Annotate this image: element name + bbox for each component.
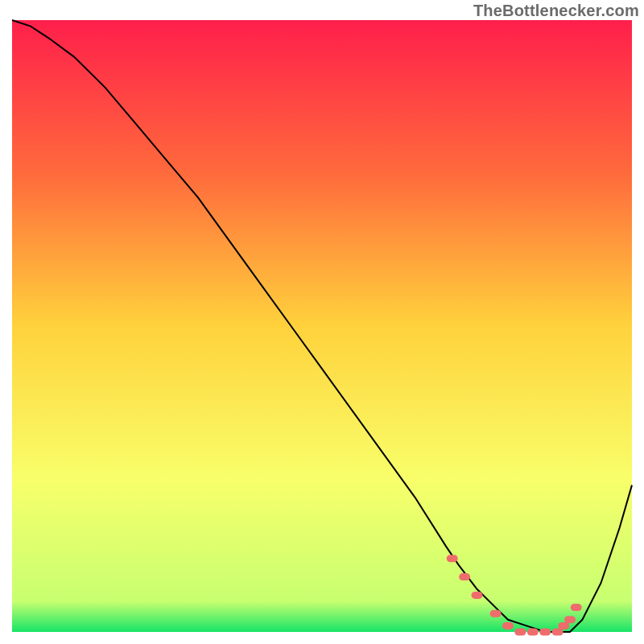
gradient-background: [12, 20, 632, 632]
highlight-dot: [571, 604, 582, 611]
highlight-dot: [459, 573, 470, 580]
chart-container: TheBottlenecker.com: [0, 0, 644, 644]
highlight-dot: [514, 629, 526, 636]
highlight-dot: [490, 610, 502, 617]
highlight-dot: [527, 629, 539, 636]
highlight-dot: [447, 555, 458, 562]
highlight-dot: [472, 592, 483, 599]
highlight-dot: [539, 629, 551, 636]
highlight-dot: [502, 622, 514, 630]
highlight-dot: [564, 616, 576, 623]
bottleneck-chart: [0, 0, 644, 644]
